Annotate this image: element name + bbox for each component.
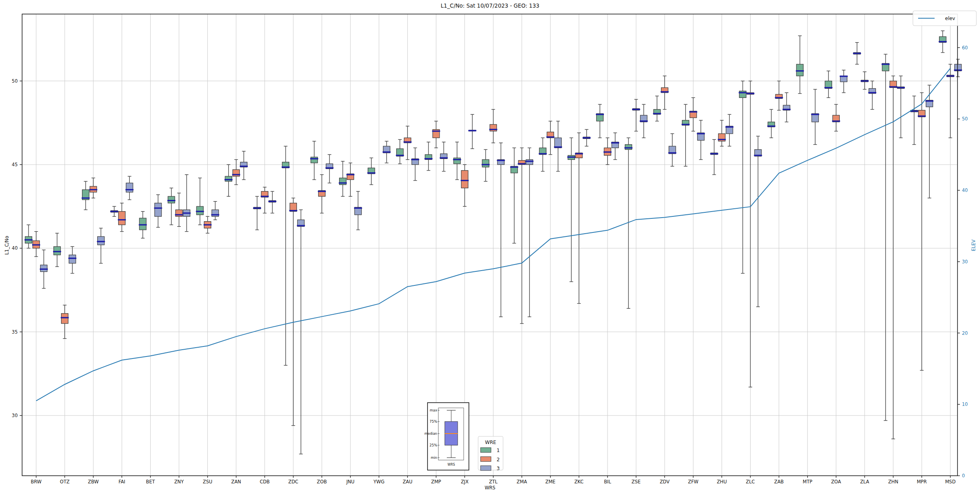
x-tick-labels: BRWOTZZBWFAIBETZNYZSUZANCDBZDCZOBJNUYWGZ… [31, 476, 956, 485]
box-wre3-BET [154, 203, 162, 216]
box-wre3-ZHU [725, 126, 733, 134]
box-wre3-JNU [354, 207, 362, 215]
box-wre2-FAI [118, 212, 126, 225]
box-wre1-ZAB [767, 122, 775, 127]
box-wre3-ZDV [668, 146, 676, 154]
box-wre2-BIL [604, 148, 612, 155]
box-wre2-ZSU [204, 222, 212, 228]
box-wre2-ZAU [403, 138, 411, 143]
box-wre1-ZKC [567, 155, 575, 159]
y-tick-label-left: 45 [12, 162, 18, 167]
box-wre2-BRW [32, 241, 40, 248]
box-wre1-BRW [25, 236, 33, 243]
box-wre2-ZOB [318, 191, 326, 197]
y-tick-label-right: 60 [962, 45, 968, 51]
box-wre3-ZOA [840, 76, 848, 82]
box-wre2-ZLC [747, 93, 755, 94]
chart-figure: L1_C/No: Sat 10/07/2023 - GEO: 133 L1_C/… [0, 0, 980, 497]
box-wre1-ZDV [653, 110, 661, 115]
box-wre1-ZFW [681, 120, 689, 126]
x-tick-label: ZAB [774, 479, 784, 485]
box-wre3-ZME [554, 138, 562, 148]
box-wre1-OTZ [53, 246, 61, 255]
box-wre3-ZAN [240, 162, 248, 167]
box-wre1-BET [139, 218, 147, 230]
y-tick-label-right: 10 [962, 401, 968, 407]
box-wre3-ZMA [526, 160, 534, 165]
inset-label: 75% [430, 420, 437, 424]
box-wre2-ZAB [775, 94, 783, 98]
x-tick-label: ZDC [288, 479, 299, 485]
box-wre2-ZTL [489, 124, 497, 131]
box-wre3-ZSE [640, 115, 648, 122]
x-tick-label: ZDV [660, 479, 670, 485]
x-axis-label: WRS [0, 485, 980, 491]
box-wre1-YWG [367, 168, 375, 174]
elev-legend-label: elev [945, 16, 955, 21]
box-wre1-ZLC [739, 91, 747, 98]
x-tick-label: OTZ [60, 479, 70, 485]
y-tick-label-right: 40 [962, 187, 968, 193]
box-wre1-ZSU [196, 206, 204, 215]
x-tick-label: MSD [945, 479, 955, 485]
x-tick-label: MTP [803, 479, 812, 485]
box-wre1-ZTL [482, 160, 490, 167]
inset-xlabel: WRS [448, 463, 455, 466]
x-tick-label: ZMA [517, 479, 527, 485]
box-wre2-MSD [946, 75, 954, 77]
box-wre3-CDB [268, 201, 276, 202]
y-tick-label-right: 20 [962, 330, 968, 336]
y-tick-label-left: 35 [12, 329, 18, 335]
x-tick-label: ZOA [831, 479, 841, 485]
inset-label: max [430, 408, 437, 412]
x-tick-label: ZFW [688, 479, 698, 485]
box-wre3-ZTL [497, 160, 505, 165]
box-wre2-ZMP [432, 130, 440, 138]
box-wre2-ZDC [289, 203, 297, 212]
box-wre1-ZAU [396, 149, 404, 156]
wre-legend-entry-label: 2 [497, 457, 500, 462]
box-wre1-JNU [339, 178, 347, 185]
box-wre3-ZAB [783, 105, 791, 110]
box-wre1-ZSE [624, 145, 632, 150]
box-wre2-MPR [918, 110, 926, 117]
box-wre3-MSD [954, 64, 962, 71]
box-wre1-ZOA [825, 81, 833, 89]
y-ticks-left: 3035404550 [12, 78, 22, 418]
x-tick-label: BRW [31, 479, 42, 485]
x-tick-label: ZBW [88, 479, 99, 485]
y-ticks-right: 0102030405060 [957, 45, 968, 479]
y-axis-label-right: ELEV [971, 227, 976, 263]
y-tick-label-right: 30 [962, 259, 968, 265]
box-wre1-ZAN [225, 176, 233, 181]
y-tick-label-left: 40 [12, 245, 18, 251]
wre-legend-entry-label: 1 [497, 448, 500, 453]
box-wre1-MTP [796, 64, 804, 76]
box-wre3-FAI [125, 183, 133, 192]
box-wre2-ZAN [232, 170, 240, 177]
box-wre2-ZSE [632, 108, 640, 110]
inset-label: min [431, 456, 437, 460]
box-wre3-ZNY [183, 210, 191, 217]
box-wre1-ZJX [453, 158, 461, 164]
box-wre2-JNU [346, 174, 354, 180]
box-wre1-ZMA [510, 166, 518, 173]
box-wre3-ZJX [469, 130, 477, 131]
x-tick-label: ZAN [231, 479, 241, 485]
x-tick-label: ZKC [574, 479, 583, 485]
x-tick-label: ZTL [489, 479, 498, 485]
box-wre2-ZLA [861, 80, 869, 82]
x-tick-label: ZHN [888, 479, 898, 485]
box-wre1-ZME [539, 148, 547, 155]
axes [22, 14, 957, 476]
x-tick-label: ZAU [403, 479, 412, 485]
box-wre2-ZBW [89, 186, 97, 192]
box-wre2-ZDV [661, 88, 669, 93]
box-wre1-BIL [596, 114, 604, 121]
box-wre3-ZMP [440, 154, 448, 159]
box-wre3-BRW [40, 265, 48, 272]
x-tick-label: JNU [346, 479, 354, 485]
box-wre2-ZNY [175, 210, 183, 217]
x-tick-label: ZNY [174, 479, 184, 485]
legend-elev: elev [913, 11, 976, 26]
